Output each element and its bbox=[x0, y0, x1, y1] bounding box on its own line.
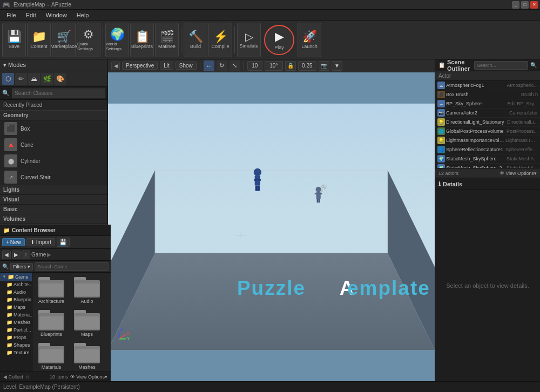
geometry-header[interactable]: Geometry bbox=[0, 111, 107, 120]
launch-icon: 🚀 bbox=[302, 31, 317, 43]
item-count: 10 items bbox=[50, 374, 68, 380]
viewport-settings-btn[interactable]: ▼ bbox=[332, 61, 342, 71]
matinee-button[interactable]: 🎬 Matinee bbox=[155, 23, 179, 57]
launch-button[interactable]: 🚀 Launch bbox=[298, 23, 321, 57]
tree-item-audio[interactable]: 📁 Audio bbox=[0, 288, 32, 296]
grid-snap-input[interactable]: 10 bbox=[247, 61, 262, 71]
search-icon: 🔍 bbox=[2, 90, 10, 97]
tree-item-particles[interactable]: 📁 Particl... bbox=[0, 326, 32, 334]
build-button[interactable]: 🔨 Build bbox=[184, 23, 207, 57]
tree-item-materia[interactable]: 📁 Materia... bbox=[0, 311, 32, 319]
show-btn[interactable]: Show bbox=[176, 62, 197, 70]
outliner-item[interactable]: ⬛ Box Brush Brush.h bbox=[435, 90, 540, 99]
tree-item-props[interactable]: 📁 Props bbox=[0, 334, 32, 341]
cb-star-icon: ☆ bbox=[25, 374, 30, 380]
translate-tool[interactable]: ↔ bbox=[204, 60, 214, 71]
outliner-item[interactable]: 💡 DirectionalLight_Stationary Directiona… bbox=[435, 118, 540, 127]
recently-placed-header[interactable]: Recently Placed bbox=[0, 100, 107, 111]
cb-up-btn[interactable]: ↑ bbox=[22, 251, 30, 259]
collect-toggle[interactable]: ◀ Collect bbox=[3, 374, 23, 380]
placement-item-cylinder[interactable]: ⬤ Cylinder bbox=[0, 153, 107, 169]
placement-item-cone[interactable]: 🔺 Cone bbox=[0, 137, 107, 153]
outliner-search[interactable] bbox=[474, 61, 528, 70]
cb-path-game[interactable]: Game bbox=[31, 252, 46, 258]
close-button[interactable]: ✕ bbox=[530, 1, 538, 9]
volumes-header[interactable]: Volumes bbox=[0, 214, 107, 224]
cb-filter-btn[interactable]: Filters ▾ bbox=[10, 263, 33, 271]
outliner-item[interactable]: 🌍 StaticMesh_SkySphere_2 StaticMeshA... bbox=[435, 164, 540, 168]
cb-save-btn[interactable]: 💾 bbox=[57, 238, 70, 247]
world-settings-button[interactable]: 🌍 World Settings bbox=[105, 23, 129, 57]
foliage-tool[interactable]: 🌿 bbox=[41, 73, 53, 85]
minimize-button[interactable]: _ bbox=[512, 1, 519, 9]
lit-btn[interactable]: Lit bbox=[160, 62, 173, 70]
paint-tool[interactable]: ✏ bbox=[15, 73, 27, 85]
marketplace-button[interactable]: 🛒 Marketplace bbox=[52, 23, 76, 57]
folder-meshes[interactable]: Meshes bbox=[70, 341, 104, 371]
save-icon: 💾 bbox=[7, 31, 22, 43]
viewport-nav-left[interactable]: ◀ bbox=[111, 62, 120, 70]
basic-header[interactable]: Basic bbox=[0, 205, 107, 214]
tree-item-blueprints[interactable]: 📁 Blueprin... bbox=[0, 296, 32, 303]
camera-speed-btn[interactable]: 📷 bbox=[319, 61, 329, 71]
outliner-item[interactable]: 🌍 StaticMesh_SkySphere StaticMeshA... bbox=[435, 154, 540, 164]
search-classes-input[interactable] bbox=[12, 89, 105, 98]
tree-item-texture[interactable]: 📁 Texture bbox=[0, 349, 32, 356]
cb-forward-btn[interactable]: ▶ bbox=[12, 251, 21, 259]
placement-item-curved-stair[interactable]: ↗ Curved Stair bbox=[0, 169, 107, 185]
cb-view-options-btn[interactable]: 👁 View Options▾ bbox=[70, 374, 107, 380]
maximize-button[interactable]: □ bbox=[521, 1, 529, 9]
outliner-item[interactable]: ☁ AtmosphericFog1 Atmospheric... bbox=[435, 81, 540, 90]
svg-rect-14 bbox=[316, 192, 321, 199]
tree-item-maps[interactable]: 📁 Maps bbox=[0, 303, 32, 311]
placement-item-box[interactable]: ⬛ Box bbox=[0, 120, 107, 137]
menu-window[interactable]: Window bbox=[42, 11, 71, 19]
menu-help[interactable]: Help bbox=[72, 11, 93, 19]
simulate-button[interactable]: ▷ Simulate bbox=[237, 23, 261, 57]
cb-new-btn[interactable]: + New bbox=[2, 238, 25, 246]
cb-back-btn[interactable]: ◀ bbox=[2, 251, 11, 259]
modes-toggle[interactable]: ▾ Modes bbox=[3, 62, 26, 69]
texture-label: Texture bbox=[14, 350, 30, 355]
scale-tool[interactable]: ⤡ bbox=[230, 60, 240, 71]
outliner-item[interactable]: 🌐 GlobalPostProcessVolume PostProcess... bbox=[435, 127, 540, 136]
mesh-paint-tool[interactable]: 🎨 bbox=[54, 73, 66, 85]
visual-header[interactable]: Visual bbox=[0, 195, 107, 205]
lights-header[interactable]: Lights bbox=[0, 185, 107, 195]
view-options-btn[interactable]: 👁 View Options▾ bbox=[500, 171, 537, 176]
menu-edit[interactable]: Edit bbox=[22, 11, 40, 19]
play-button[interactable]: ▶ Play bbox=[264, 25, 294, 55]
cb-import-btn[interactable]: ⬆ Import bbox=[26, 238, 55, 246]
folder-audio[interactable]: Audio bbox=[70, 275, 104, 306]
landscape-tool[interactable]: ⛰ bbox=[28, 73, 40, 85]
quick-settings-button[interactable]: ⚙ Quick Settings bbox=[77, 23, 100, 57]
outliner-item[interactable]: 💡 LightmassImportanceVolume Lightmass Im… bbox=[435, 136, 540, 145]
folder-blueprints[interactable]: Blueprints bbox=[35, 308, 68, 339]
folder-materials[interactable]: Materials bbox=[35, 341, 68, 371]
folder-maps[interactable]: Maps bbox=[70, 308, 104, 339]
content-button[interactable]: 📁 Content bbox=[27, 23, 51, 57]
tree-item-archite[interactable]: 📁 Archite... bbox=[0, 281, 32, 288]
blueprints-button[interactable]: 📋 Blueprints bbox=[130, 23, 154, 57]
compile-button[interactable]: ⚡ Compile bbox=[208, 23, 232, 57]
scale-snap-input[interactable]: 0.25 bbox=[298, 61, 316, 71]
perspective-btn[interactable]: Perspective bbox=[122, 62, 158, 70]
outliner-item[interactable]: ☁ BP_Sky_Sphere Edit BP_Sky... bbox=[435, 99, 540, 109]
snap-lock-btn[interactable]: 🔒 bbox=[285, 61, 296, 71]
menu-file[interactable]: File bbox=[2, 11, 21, 19]
tree-item-shapes[interactable]: 📁 Shapes bbox=[0, 341, 32, 349]
rotate-tool[interactable]: ↻ bbox=[217, 60, 227, 71]
save-button[interactable]: 💾 Save bbox=[2, 23, 26, 57]
tree-item-game[interactable]: ▼ 📁 Game bbox=[0, 273, 32, 281]
folder-architecture[interactable]: Architecture bbox=[35, 275, 68, 306]
viewport-canvas[interactable]: Puzzle A emplate —|— X Y Z bbox=[108, 72, 435, 381]
outliner-item[interactable]: 📷 CameraActor2 CameraActor bbox=[435, 109, 540, 118]
angle-input[interactable]: 10° bbox=[265, 61, 283, 71]
tree-item-meshes[interactable]: 📁 Meshes bbox=[0, 319, 32, 326]
select-tool[interactable]: ⬡ bbox=[2, 73, 14, 85]
cb-search-input[interactable] bbox=[35, 262, 109, 271]
folder-icon-maps: 📁 bbox=[6, 305, 12, 310]
svg-rect-17 bbox=[317, 199, 319, 202]
outliner-item[interactable]: 🔵 SphereReflectionCapture1 SphereReflec.… bbox=[435, 145, 540, 154]
scene-outliner-header: 📋 Scene Outliner 🔍 bbox=[435, 59, 540, 71]
